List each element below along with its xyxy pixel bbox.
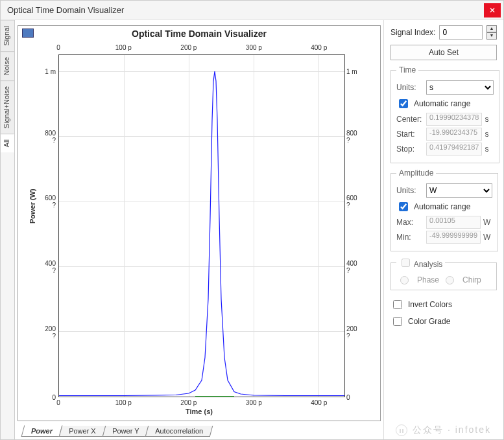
x-tick-top: 200 p xyxy=(180,44,197,51)
spinner-up-icon[interactable]: ▲ xyxy=(486,25,497,32)
tab-power[interactable]: Power xyxy=(21,425,63,437)
x-tick: 200 p xyxy=(180,399,197,406)
time-center-label: Center: xyxy=(396,115,424,124)
amp-autorange-label: Automatic range xyxy=(414,202,470,211)
amp-max-value: 0.00105 xyxy=(426,216,481,229)
window: Optical Time Domain Visualizer ✕ Signal … xyxy=(0,0,504,440)
time-stop-label: Stop: xyxy=(396,145,424,154)
center-pane: Optical Time Domain Visualizer 0 100 p 2… xyxy=(15,20,383,439)
vtab-signal-noise[interactable]: Signal+Noise xyxy=(1,80,14,133)
tab-autocorrelation[interactable]: Autocorrelation xyxy=(145,426,213,437)
right-panel: Signal Index: ▲ ▼ Auto Set Time Units: s xyxy=(383,20,503,439)
y-tick-right: 200 ? xyxy=(346,325,358,340)
signal-index-label: Signal Index: xyxy=(390,28,435,37)
amp-max-label: Max: xyxy=(396,218,424,227)
y-axis-label: Power (W) xyxy=(29,189,36,224)
analysis-phase-label: Phase xyxy=(417,275,439,284)
time-autorange-label: Automatic range xyxy=(414,99,470,108)
tab-power-x[interactable]: Power X xyxy=(59,426,106,437)
analysis-legend: Analysis xyxy=(414,260,443,269)
time-start-value: -19.990234375 xyxy=(426,128,482,141)
x-tick-top: 300 p xyxy=(246,44,262,51)
invert-colors-label: Invert Colors xyxy=(408,300,452,309)
amp-units-label: Units: xyxy=(396,186,424,195)
y-tick-right: 0 xyxy=(346,394,358,401)
window-title: Optical Time Domain Visualizer xyxy=(7,5,484,15)
signal-index-spinner[interactable]: ▲ ▼ xyxy=(486,25,497,40)
y-tick-right: 1 m xyxy=(346,68,358,75)
x-tick: 100 p xyxy=(115,399,132,406)
analysis-chirp-label: Chirp xyxy=(462,275,481,284)
amp-max-unit: W xyxy=(483,218,492,227)
y-tick: 800 ? xyxy=(44,130,56,144)
chart-frame: Optical Time Domain Visualizer 0 100 p 2… xyxy=(18,25,381,421)
invert-colors-checkbox[interactable] xyxy=(393,300,402,309)
plot-area[interactable] xyxy=(58,54,345,397)
time-stop-value: 0.41979492187 xyxy=(426,143,482,156)
x-tick: 400 p xyxy=(311,399,327,406)
y-tick-right: 800 ? xyxy=(346,130,358,144)
x-tick-top: 100 p xyxy=(115,44,132,51)
y-tick: 600 ? xyxy=(44,194,56,209)
amp-min-value: -49.999999999 xyxy=(426,231,481,244)
time-start-label: Start: xyxy=(396,130,424,139)
analysis-group: Analysis Phase Chirp xyxy=(390,257,497,290)
close-button[interactable]: ✕ xyxy=(484,3,501,17)
left-vertical-tabs: Signal Noise Signal+Noise All xyxy=(1,20,15,439)
vtab-signal[interactable]: Signal xyxy=(1,20,14,51)
amp-min-label: Min: xyxy=(396,233,424,242)
x-tick: 300 p xyxy=(246,399,262,406)
x-axis-label: Time (s) xyxy=(18,408,380,415)
amp-min-unit: W xyxy=(483,233,492,242)
time-stop-unit: s xyxy=(485,145,494,154)
time-group: Time Units: s Automatic range Center: 0.… xyxy=(390,65,499,163)
tab-power-y[interactable]: Power Y xyxy=(102,426,149,437)
time-units-select[interactable]: s xyxy=(426,80,494,95)
amp-autorange-checkbox[interactable] xyxy=(399,202,408,211)
analysis-chirp-radio xyxy=(446,276,454,284)
analysis-checkbox xyxy=(402,259,410,267)
time-legend: Time xyxy=(396,65,418,75)
x-tick: 0 xyxy=(56,399,60,406)
amplitude-group: Amplitude Units: W Automatic range Max: … xyxy=(390,168,498,251)
y-tick: 400 ? xyxy=(44,260,56,274)
y-tick: 0 xyxy=(44,394,56,401)
amplitude-legend: Amplitude xyxy=(396,168,436,178)
x-tick-top: 0 xyxy=(56,44,60,51)
color-grade-checkbox[interactable] xyxy=(393,317,402,326)
x-tick-top: 400 p xyxy=(311,44,327,51)
vtab-noise[interactable]: Noise xyxy=(1,51,14,80)
time-center-unit: s xyxy=(485,115,494,124)
analysis-phase-radio xyxy=(400,276,409,284)
y-tick: 1 m xyxy=(44,68,56,75)
time-start-unit: s xyxy=(485,130,494,139)
y-tick-right: 400 ? xyxy=(346,260,358,274)
y-tick-right: 600 ? xyxy=(346,194,358,209)
y-tick: 200 ? xyxy=(44,325,56,340)
spinner-down-icon[interactable]: ▼ xyxy=(486,32,497,40)
bottom-tabs: Power Power X Power Y Autocorrelation xyxy=(18,423,381,437)
titlebar: Optical Time Domain Visualizer ✕ xyxy=(1,1,503,20)
chart-title: Optical Time Domain Visualizer xyxy=(18,29,380,39)
time-autorange-checkbox[interactable] xyxy=(399,99,408,108)
time-units-label: Units: xyxy=(396,83,424,92)
chart-svg xyxy=(59,55,344,397)
color-grade-label: Color Grade xyxy=(408,317,450,326)
signal-index-input[interactable] xyxy=(439,25,483,40)
auto-set-button[interactable]: Auto Set xyxy=(390,45,497,60)
vtab-all[interactable]: All xyxy=(1,133,14,152)
time-center-value: 0.19990234378 xyxy=(426,113,482,126)
amp-units-select[interactable]: W xyxy=(426,183,492,198)
